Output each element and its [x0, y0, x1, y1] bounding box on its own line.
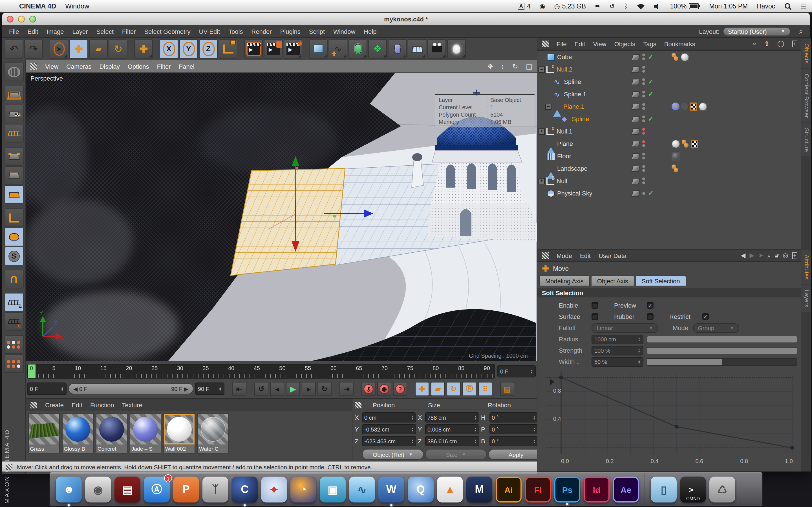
- menu-render[interactable]: Render: [252, 28, 272, 35]
- key-position-toggle[interactable]: ✚: [415, 382, 429, 396]
- tab-objects[interactable]: Objects: [801, 39, 811, 68]
- camera-label[interactable]: Perspective: [31, 75, 63, 82]
- dock-app-store[interactable]: Ⓐ1: [144, 476, 170, 503]
- macos-app-name[interactable]: CINEMA 4D: [19, 2, 56, 10]
- layer-chip[interactable]: [631, 54, 640, 60]
- radius-slider[interactable]: [647, 335, 797, 343]
- dock-after-effects[interactable]: Ae: [613, 476, 639, 503]
- width-field[interactable]: 50 %▲▼: [592, 357, 644, 367]
- om-menu-file[interactable]: File: [557, 40, 566, 47]
- rotation-h-field[interactable]: 0 °▲▼: [490, 412, 538, 422]
- collapse-expander[interactable]: −: [545, 103, 552, 110]
- mat-menu-function[interactable]: Function: [90, 401, 114, 408]
- current-frame-field[interactable]: 0 F▲▼: [497, 365, 536, 378]
- expand-expander[interactable]: +: [539, 128, 545, 134]
- key-parameter-toggle[interactable]: Ⓟ: [462, 382, 476, 396]
- menu-tools[interactable]: Tools: [229, 28, 243, 35]
- material-water[interactable]: Water C: [197, 413, 229, 453]
- coordinate-system-toggle[interactable]: [219, 39, 238, 58]
- menu-filter[interactable]: Filter: [122, 28, 136, 35]
- dock-illustrator[interactable]: Ai: [496, 476, 522, 503]
- dock-firefox[interactable]: ◔: [290, 476, 316, 503]
- add-spline[interactable]: ∿✚: [329, 39, 347, 58]
- dock-photo-booth[interactable]: ▤: [114, 476, 140, 503]
- mat-menu-texture[interactable]: Texture: [122, 401, 142, 408]
- dock-disc-utility[interactable]: ◉: [85, 476, 111, 503]
- object-label[interactable]: Null.1: [557, 128, 572, 135]
- object-label[interactable]: Null: [557, 177, 567, 184]
- surface-checkbox[interactable]: [592, 313, 598, 320]
- dock-finder[interactable]: ☻: [56, 476, 82, 503]
- visibility-dots[interactable]: [642, 128, 645, 135]
- position-y-field[interactable]: -0.532 cm▲▼: [362, 424, 416, 434]
- panel-grip[interactable]: [542, 40, 549, 47]
- visibility-dots[interactable]: [642, 66, 645, 73]
- visibility-dots[interactable]: [642, 153, 645, 159]
- render-settings-button[interactable]: ✱: [284, 39, 302, 58]
- panel-grip[interactable]: [355, 401, 361, 408]
- object-row-cube[interactable]: Cube ✓: [538, 51, 802, 63]
- visibility-dots[interactable]: [642, 91, 645, 98]
- texture-tag-icon[interactable]: [699, 102, 707, 111]
- pick-icon[interactable]: ➤: [758, 252, 763, 259]
- creative-cloud-icon[interactable]: ◉: [540, 2, 545, 10]
- history-back-icon[interactable]: ◀: [741, 252, 746, 259]
- layout-dropdown[interactable]: Startup (User)▼: [723, 27, 790, 36]
- object-label[interactable]: Null.2: [557, 66, 572, 73]
- key-scale-toggle[interactable]: ▰: [431, 382, 445, 396]
- visibility-dots[interactable]: [642, 78, 645, 85]
- viewport-maximize-icon[interactable]: ◱: [526, 62, 532, 70]
- add-deformer[interactable]: [388, 39, 407, 58]
- om-menu-tags[interactable]: Tags: [643, 40, 656, 47]
- tab-layers[interactable]: Layers: [801, 285, 811, 312]
- collapse-expander[interactable]: −: [539, 66, 545, 72]
- texture-axis-mode-button[interactable]: [4, 124, 23, 143]
- visibility-dots[interactable]: [642, 103, 645, 110]
- macos-menu-window[interactable]: Window: [65, 2, 89, 10]
- preview-checkbox[interactable]: ✓: [647, 302, 654, 309]
- enable-checkbox[interactable]: [592, 302, 598, 309]
- protection-tag-icon[interactable]: [672, 164, 679, 173]
- visibility-dots[interactable]: [642, 177, 645, 184]
- add-environment[interactable]: [408, 39, 426, 58]
- tab-structure[interactable]: Structure: [801, 123, 811, 156]
- om-eye-icon[interactable]: ◯: [777, 40, 784, 47]
- object-label[interactable]: Spline: [572, 115, 589, 122]
- tab-modeling-axis[interactable]: Modeling Axis: [539, 276, 590, 286]
- visibility-dots[interactable]: [642, 192, 645, 194]
- apply-button[interactable]: Apply: [488, 449, 544, 460]
- scale-tool[interactable]: ▰: [89, 39, 108, 58]
- undo-button[interactable]: ↶: [4, 39, 23, 58]
- falloff-dropdown[interactable]: Linear▼: [592, 323, 658, 333]
- texture-mode-button[interactable]: [4, 105, 23, 123]
- om-path-up-icon[interactable]: ⇧: [764, 40, 769, 47]
- dock-maxon[interactable]: M: [466, 476, 492, 503]
- phong-tag-icon[interactable]: [681, 103, 688, 110]
- mode-dropdown[interactable]: Group▼: [693, 323, 739, 333]
- redo-button[interactable]: ↷: [24, 39, 43, 58]
- rotation-p-field[interactable]: 0 °▲▼: [490, 424, 538, 434]
- menu-select-geometry[interactable]: Select Geometry: [144, 28, 191, 35]
- visibility-dots[interactable]: [642, 115, 645, 122]
- zoom-button[interactable]: [29, 16, 36, 22]
- tab-soft-selection[interactable]: Soft Selection: [636, 276, 686, 286]
- layer-chip[interactable]: [631, 66, 640, 72]
- notification-center-icon[interactable]: ☰: [801, 2, 806, 10]
- end-frame-field[interactable]: 90 F▲▼: [195, 383, 224, 395]
- object-label[interactable]: Floor: [557, 153, 571, 159]
- object-row-physical-sky[interactable]: Physical Sky ✓: [538, 187, 802, 200]
- minimize-button[interactable]: [18, 16, 25, 22]
- points-mode-button[interactable]: [4, 147, 23, 166]
- layer-chip[interactable]: [631, 128, 640, 134]
- object-label[interactable]: Cube: [557, 54, 572, 60]
- material-glossy[interactable]: Glossy B: [62, 413, 94, 453]
- snap-palette-button[interactable]: [4, 335, 23, 354]
- om-search-icon[interactable]: ⌕: [753, 40, 756, 47]
- coords-mode-dropdown[interactable]: Object (Rel)▼: [362, 449, 423, 460]
- dock-flash[interactable]: Fl: [525, 476, 551, 503]
- layer-chip[interactable]: [631, 78, 640, 85]
- dock-sculpt-app[interactable]: ᛉ: [202, 476, 229, 503]
- menu-file[interactable]: File: [9, 28, 19, 35]
- vp-menu-panel[interactable]: Panel: [179, 63, 194, 69]
- panel-grip[interactable]: [31, 63, 37, 69]
